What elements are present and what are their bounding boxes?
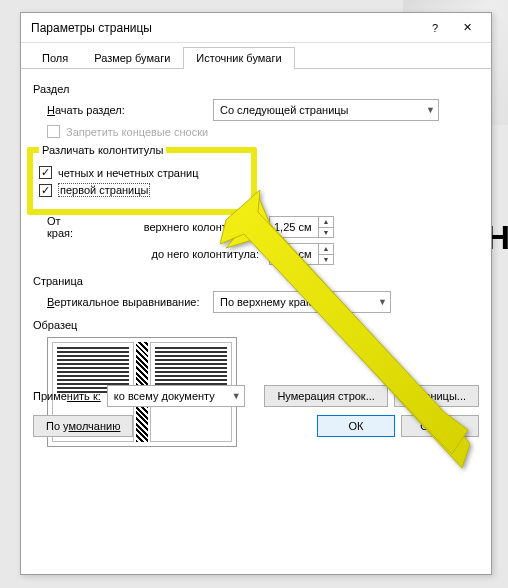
spin-up-icon[interactable]: ▲ xyxy=(319,217,333,228)
checkbox-box xyxy=(39,184,52,197)
header-distance-row: От края: верхнего колонтитула: ▲▼ xyxy=(33,215,479,239)
first-page-label: первой страницы xyxy=(58,183,150,197)
checkbox-box xyxy=(39,166,52,179)
spin-down-icon[interactable]: ▼ xyxy=(319,228,333,238)
dialog-footer: Применить к: ко всему документу ▼ Нумера… xyxy=(21,377,491,447)
from-edge-label: От края: xyxy=(47,215,89,239)
header-distance-input[interactable] xyxy=(270,217,318,237)
chevron-down-icon: ▼ xyxy=(232,391,241,401)
footer-distance-row: до него колонтитула: ▲▼ xyxy=(33,243,479,265)
apply-row: Применить к: ко всему документу ▼ Нумера… xyxy=(33,385,479,407)
ok-button[interactable]: ОК xyxy=(317,415,395,437)
headers-highlight-box: Различать колонтитулы четных и нечетных … xyxy=(27,144,257,215)
apply-to-label: Применить к: xyxy=(33,390,101,402)
page-setup-dialog: Параметры страницы ? ✕ Поля Размер бумаг… xyxy=(20,12,492,575)
close-button[interactable]: ✕ xyxy=(451,16,483,40)
close-icon: ✕ xyxy=(463,21,472,34)
valign-select[interactable]: По верхнему краю ▼ xyxy=(213,291,391,313)
buttons-row: По умолчанию ОК Отмена xyxy=(33,415,479,437)
default-button[interactable]: По умолчанию xyxy=(33,415,133,437)
checkbox-box xyxy=(47,125,60,138)
suppress-endnotes-row: Запретить концевые сноски xyxy=(33,125,479,138)
apply-to-value: ко всему документу xyxy=(114,390,215,402)
dialog-title: Параметры страницы xyxy=(31,21,419,35)
tab-paper-source[interactable]: Источник бумаги xyxy=(183,47,294,69)
first-page-row: первой страницы xyxy=(39,183,241,197)
odd-even-checkbox[interactable]: четных и нечетных страниц xyxy=(39,166,198,179)
footer-distance-spinner[interactable]: ▲▼ xyxy=(269,243,334,265)
first-page-checkbox[interactable]: первой страницы xyxy=(39,183,150,197)
spinner-buttons: ▲▼ xyxy=(318,244,333,264)
line-numbers-button[interactable]: Нумерация строк... xyxy=(264,385,387,407)
apply-to-select[interactable]: ко всему документу ▼ xyxy=(107,385,245,407)
tabs: Поля Размер бумаги Источник бумаги xyxy=(21,43,491,69)
suppress-endnotes-checkbox[interactable]: Запретить концевые сноски xyxy=(47,125,208,138)
valign-value: По верхнему краю xyxy=(220,296,314,308)
borders-button[interactable]: ГГраницы... xyxy=(394,385,479,407)
tab-paper-size[interactable]: Размер бумаги xyxy=(81,47,183,69)
cancel-button[interactable]: Отмена xyxy=(401,415,479,437)
suppress-endnotes-label: Запретить концевые сноски xyxy=(66,126,208,138)
valign-label: Вертикальное выравнивание: xyxy=(47,296,213,308)
valign-row: Вертикальное выравнивание: По верхнему к… xyxy=(33,291,479,313)
tab-margins[interactable]: Поля xyxy=(29,47,81,69)
spin-down-icon[interactable]: ▼ xyxy=(319,255,333,265)
spinner-buttons: ▲▼ xyxy=(318,217,333,237)
odd-even-label: четных и нечетных страниц xyxy=(58,167,198,179)
odd-even-row: четных и нечетных страниц xyxy=(39,166,241,179)
sample-label: Образец xyxy=(33,319,479,331)
section-start-label: Начать раздел: xyxy=(47,104,213,116)
help-icon: ? xyxy=(432,22,438,34)
footer-distance-label: до него колонтитула: xyxy=(47,248,269,260)
section-group-label: Раздел xyxy=(33,83,479,95)
footer-distance-input[interactable] xyxy=(270,244,318,264)
chevron-down-icon: ▼ xyxy=(426,105,435,115)
page-group-label: Страница xyxy=(33,275,479,287)
headers-group-label: Различать колонтитулы xyxy=(39,144,166,156)
dialog-body: Раздел Начать раздел: Со следующей стран… xyxy=(21,69,491,447)
header-distance-label: верхнего колонтитула: xyxy=(89,221,269,233)
header-distance-spinner[interactable]: ▲▼ xyxy=(269,216,334,238)
section-start-value: Со следующей страницы xyxy=(220,104,349,116)
titlebar: Параметры страницы ? ✕ xyxy=(21,13,491,43)
chevron-down-icon: ▼ xyxy=(378,297,387,307)
spin-up-icon[interactable]: ▲ xyxy=(319,244,333,255)
section-start-select[interactable]: Со следующей страницы ▼ xyxy=(213,99,439,121)
section-start-row: Начать раздел: Со следующей страницы ▼ xyxy=(33,99,479,121)
help-button[interactable]: ? xyxy=(419,16,451,40)
